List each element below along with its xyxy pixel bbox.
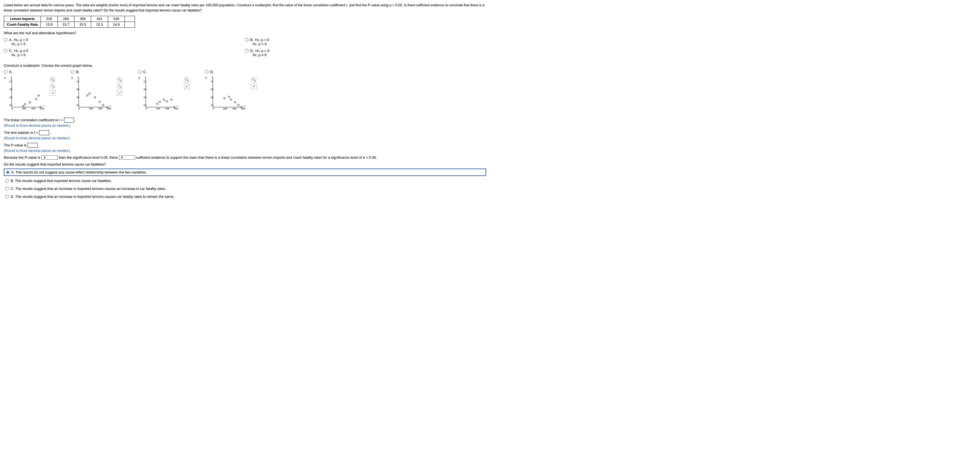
- scatter-radio-C[interactable]: [138, 70, 142, 73]
- hypotheses-question: What are the null and alternative hypoth…: [4, 31, 486, 35]
- table-col3-r2: 15.5: [74, 22, 91, 27]
- graph-B-xtick-400: 400: [98, 107, 102, 110]
- scatter-radio-A[interactable]: [4, 70, 7, 73]
- scatter-option-D[interactable]: D. y 17 16 15 14 0 200 400 600 x → ↑ 🔍 ⤢: [205, 70, 264, 113]
- graph-A-arrow-y: ↑: [10, 76, 12, 80]
- because-dropdown-2[interactable]: ▼: [119, 156, 135, 159]
- scatter-radio-D[interactable]: [205, 70, 208, 73]
- expand-A[interactable]: ⤢: [50, 90, 55, 96]
- hyp-option-B[interactable]: B. H₀: ρ = 0 H₁: ρ > 0: [245, 38, 486, 46]
- hyp-D-label: D.: [250, 49, 254, 53]
- hyp-B-h1: H₁: ρ > 0: [253, 42, 486, 46]
- table-col1-r2: 15.9: [41, 22, 57, 27]
- graph-A-xtick-400: 400: [31, 107, 35, 110]
- zoom-out-B[interactable]: 🔍: [117, 84, 123, 89]
- hyp-B-h0: H₀: ρ = 0: [255, 38, 269, 42]
- graph-D-dot5: [238, 104, 240, 106]
- graph-C-arrow-x: →: [176, 104, 179, 108]
- table-col2-r2: 15.7: [57, 22, 74, 27]
- zoom-in-C[interactable]: 🔍: [184, 77, 189, 83]
- hyp-C-label: C.: [9, 49, 13, 53]
- hyp-D-h0: H₀: ρ = 0: [255, 49, 269, 53]
- hyp-C-h1: H₁: ρ = 0: [11, 53, 245, 57]
- zoom-in-B[interactable]: 🔍: [117, 77, 123, 83]
- cause-option-D[interactable]: D. The results suggest that an increase …: [4, 194, 486, 200]
- pvalue-label: The P-value is: [4, 143, 27, 147]
- test-statistic-period: .: [50, 130, 51, 135]
- test-statistic-section: The test statistic is t = . (Round to th…: [4, 130, 486, 140]
- pvalue-input[interactable]: [28, 143, 38, 148]
- hyp-option-C[interactable]: C. H₀: ρ ≠ 0 H₁: ρ = 0: [4, 49, 245, 57]
- graph-D-y-label: y: [205, 76, 207, 79]
- cause-radio-A-filled: [6, 170, 10, 174]
- graph-A-arrow-x: →: [41, 104, 45, 108]
- correlation-input[interactable]: [64, 118, 74, 123]
- graph-A-xtick-200: 200: [22, 107, 26, 110]
- graph-A-wrapper: y 17 16 15 14 0 200 400 600 x → ↑: [4, 75, 56, 113]
- table-row2-label: Crash Fatality Rate: [4, 22, 41, 27]
- hyp-left-col: A. H₀: ρ = 0 H₁: ρ < 0 C. H₀: ρ ≠ 0 H₁: …: [4, 38, 245, 60]
- zoom-in-D[interactable]: 🔍: [251, 77, 256, 83]
- cause-option-A[interactable]: A. The results do not suggest any cause-…: [4, 169, 486, 176]
- expand-C[interactable]: ⤢: [184, 84, 189, 89]
- radio-B[interactable]: [245, 38, 248, 41]
- cause-option-D-text: D. The results suggest that an increase …: [11, 194, 174, 199]
- hyp-option-A[interactable]: A. H₀: ρ = 0 H₁: ρ < 0: [4, 38, 245, 46]
- graph-A-dot4: [35, 98, 37, 100]
- cause-radio-C[interactable]: [5, 187, 9, 191]
- graph-B-arrow-y: ↑: [77, 76, 79, 80]
- cause-option-B[interactable]: B. The results suggest that imported lem…: [4, 178, 486, 184]
- because-suffix: sufficient evidence to support the claim…: [136, 156, 377, 159]
- test-statistic-hint: (Round to three decimal places as needed…: [4, 136, 486, 140]
- graph-D-wrapper: y 17 16 15 14 0 200 400 600 x → ↑ 🔍 ⤢: [205, 75, 257, 113]
- table-col3-r1: 359: [74, 16, 91, 22]
- because-dropdown-1[interactable]: ▼: [41, 156, 58, 159]
- graph-D-xtick-400: 400: [232, 107, 237, 110]
- because-dropdown-1-arrow: ▼: [43, 156, 46, 159]
- graph-B-dot2: [89, 92, 91, 94]
- expand-D[interactable]: ⤢: [251, 84, 256, 89]
- graph-A-dot3: [29, 101, 31, 103]
- expand-B[interactable]: ⤢: [117, 90, 123, 96]
- scatter-graphs-container: A. y 17 16 15 14 0 200 400 600 x → ↑: [4, 70, 486, 113]
- graph-B-dot1: [86, 94, 88, 96]
- pvalue-line: The P-value is .: [4, 143, 486, 148]
- cause-option-A-text: A. The results do not suggest any cause-…: [11, 170, 147, 174]
- zoom-in-A[interactable]: 🔍: [50, 77, 55, 83]
- zoom-out-A[interactable]: 🔍: [50, 84, 55, 89]
- radio-D[interactable]: [245, 49, 248, 53]
- graph-B-xtick-0: 0: [79, 107, 80, 110]
- graph-B-dot4: [99, 101, 101, 103]
- scatter-option-A[interactable]: A. y 17 16 15 14 0 200 400 600 x → ↑: [4, 70, 63, 113]
- radio-A[interactable]: [4, 38, 7, 41]
- graph-D-axes: [213, 77, 243, 107]
- cause-option-B-text: B. The results suggest that imported lem…: [11, 179, 112, 183]
- scatter-radio-B[interactable]: [71, 70, 75, 73]
- test-statistic-input[interactable]: [39, 130, 49, 135]
- graph-A-axes: [11, 77, 42, 107]
- cause-radio-D[interactable]: [5, 195, 9, 198]
- hyp-A-h1: H₁: ρ < 0: [11, 42, 245, 46]
- scatter-question: Construct a scatterplot. Choose the corr…: [4, 64, 486, 68]
- graph-D-dot3: [230, 99, 232, 100]
- because-dropdown-2-arrow: ▼: [121, 156, 124, 159]
- cause-radio-A-dot: [7, 171, 9, 173]
- cause-option-C[interactable]: C. The results suggest that an increase …: [4, 186, 486, 192]
- cause-radio-B[interactable]: [5, 179, 9, 183]
- scatter-option-C[interactable]: C. y 17 16 15 14 0 200 400 600 x → ↑ 🔍 ⤢: [138, 70, 197, 113]
- cause-section: Do the results suggest that imported lem…: [4, 162, 486, 200]
- hyp-option-D[interactable]: D. H₀: ρ = 0 H₁: ρ ≠ 0: [245, 49, 486, 57]
- table-col6-r1: [124, 16, 135, 22]
- graph-B-x-label: x: [107, 105, 108, 108]
- scatter-option-B[interactable]: B. y 17 16 15 14 0 200 400 600 x → ↑ 🔍 🔍: [71, 70, 130, 113]
- graph-C-dot2: [159, 101, 161, 103]
- because-middle: than the significance level 0.05, there: [59, 156, 118, 159]
- table-col6-r2: [124, 22, 135, 27]
- intro-text: Listed below are annual data for various…: [4, 3, 486, 13]
- table-col4-r1: 481: [91, 16, 108, 22]
- hyp-right-col: B. H₀: ρ = 0 H₁: ρ > 0 D. H₀: ρ = 0 H₁: …: [245, 38, 486, 60]
- graph-D-arrow-x: →: [243, 104, 246, 108]
- data-table: Lemon Imports 229 266 359 481 530 Crash …: [4, 16, 135, 28]
- radio-C[interactable]: [4, 49, 7, 53]
- hyp-D-h1: H₁: ρ ≠ 0: [253, 53, 486, 57]
